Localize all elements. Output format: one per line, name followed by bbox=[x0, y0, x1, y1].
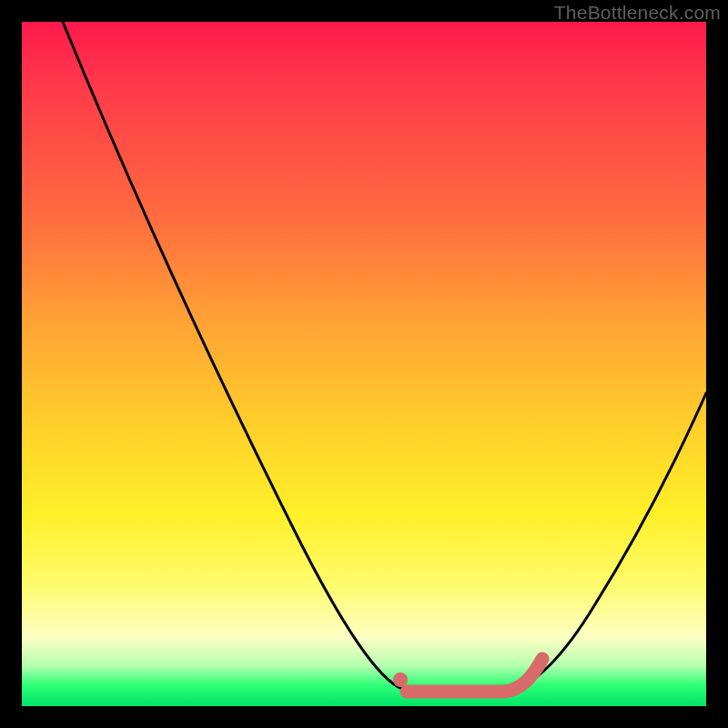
valley-dot bbox=[393, 672, 408, 687]
plot-area bbox=[22, 22, 706, 706]
watermark-text: TheBottleneck.com bbox=[554, 2, 721, 24]
bottleneck-curve bbox=[63, 22, 706, 693]
chart-frame: TheBottleneck.com bbox=[0, 0, 728, 728]
valley-highlight bbox=[407, 659, 542, 692]
bottleneck-curve-svg bbox=[22, 22, 706, 706]
